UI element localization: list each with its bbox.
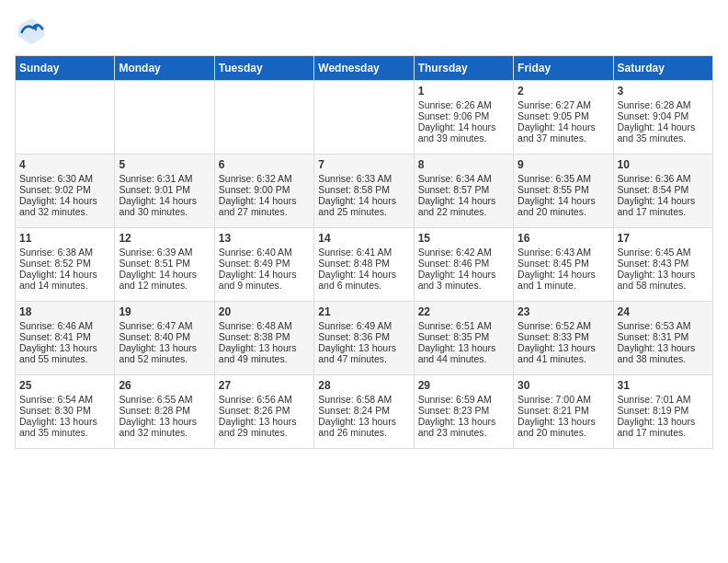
sunrise-text: Sunrise: 6:36 AM [618, 173, 709, 184]
daylight-text: Daylight: 14 hours and 1 minute. [518, 269, 609, 291]
calendar-cell: 27Sunrise: 6:56 AMSunset: 8:26 PMDayligh… [214, 375, 313, 449]
daylight-text: Daylight: 14 hours and 9 minutes. [219, 269, 310, 291]
daylight-text: Daylight: 14 hours and 35 minutes. [618, 121, 709, 144]
daylight-text: Daylight: 14 hours and 30 minutes. [119, 195, 210, 217]
calendar-cell: 18Sunrise: 6:46 AMSunset: 8:41 PMDayligh… [16, 302, 115, 375]
daylight-text: Daylight: 14 hours and 6 minutes. [318, 269, 409, 291]
calendar-cell [314, 81, 414, 155]
daylight-text: Daylight: 14 hours and 32 minutes. [19, 195, 110, 217]
sunset-text: Sunset: 9:04 PM [618, 110, 709, 121]
calendar-cell: 25Sunrise: 6:54 AMSunset: 8:30 PMDayligh… [16, 375, 115, 449]
calendar-cell: 22Sunrise: 6:51 AMSunset: 8:35 PMDayligh… [414, 302, 513, 375]
calendar-cell: 1Sunrise: 6:26 AMSunset: 9:06 PMDaylight… [414, 81, 513, 155]
day-number: 15 [418, 232, 509, 245]
day-number: 22 [418, 305, 509, 318]
calendar-cell [115, 81, 214, 155]
calendar-cell: 15Sunrise: 6:42 AMSunset: 8:46 PMDayligh… [414, 228, 513, 302]
sunset-text: Sunset: 8:58 PM [318, 184, 409, 195]
sunset-text: Sunset: 8:49 PM [219, 258, 310, 269]
week-row-1: 1Sunrise: 6:26 AMSunset: 9:06 PMDaylight… [16, 81, 713, 155]
day-number: 23 [518, 305, 609, 318]
sunset-text: Sunset: 8:31 PM [618, 331, 709, 342]
calendar-cell: 26Sunrise: 6:55 AMSunset: 8:28 PMDayligh… [115, 375, 214, 449]
daylight-text: Daylight: 13 hours and 49 minutes. [219, 342, 310, 364]
calendar-cell: 2Sunrise: 6:27 AMSunset: 9:05 PMDaylight… [514, 81, 613, 155]
sunrise-text: Sunrise: 6:32 AM [219, 173, 310, 184]
logo-icon [15, 15, 48, 48]
daylight-text: Daylight: 13 hours and 41 minutes. [518, 342, 609, 364]
day-number: 28 [318, 379, 409, 392]
daylight-text: Daylight: 13 hours and 29 minutes. [219, 416, 310, 438]
daylight-text: Daylight: 13 hours and 44 minutes. [418, 342, 509, 364]
day-header-monday: Monday [115, 56, 214, 81]
day-number: 8 [418, 158, 509, 171]
sunset-text: Sunset: 8:23 PM [418, 405, 509, 416]
calendar-cell [16, 81, 115, 155]
sunrise-text: Sunrise: 6:35 AM [518, 173, 609, 184]
sunrise-text: Sunrise: 6:26 AM [418, 99, 509, 110]
day-number: 13 [219, 232, 310, 245]
sunset-text: Sunset: 8:38 PM [219, 331, 310, 342]
sunset-text: Sunset: 8:40 PM [119, 331, 210, 342]
day-number: 25 [19, 379, 110, 392]
calendar-cell: 23Sunrise: 6:52 AMSunset: 8:33 PMDayligh… [514, 302, 613, 375]
sunrise-text: Sunrise: 6:45 AM [618, 247, 709, 258]
sunrise-text: Sunrise: 6:40 AM [219, 247, 310, 258]
day-number: 4 [19, 158, 110, 171]
calendar-cell: 4Sunrise: 6:30 AMSunset: 9:02 PMDaylight… [16, 155, 115, 228]
sunrise-text: Sunrise: 6:41 AM [318, 247, 409, 258]
daylight-text: Daylight: 13 hours and 58 minutes. [618, 269, 709, 291]
sunrise-text: Sunrise: 6:58 AM [318, 394, 409, 405]
sunrise-text: Sunrise: 6:38 AM [19, 247, 110, 258]
day-number: 30 [518, 379, 609, 392]
calendar-cell: 30Sunrise: 7:00 AMSunset: 8:21 PMDayligh… [514, 375, 613, 449]
day-header-tuesday: Tuesday [214, 56, 313, 81]
logo [15, 15, 53, 48]
header [15, 15, 713, 48]
day-header-wednesday: Wednesday [314, 56, 414, 81]
sunset-text: Sunset: 8:46 PM [418, 258, 509, 269]
week-row-2: 4Sunrise: 6:30 AMSunset: 9:02 PMDaylight… [16, 155, 713, 228]
daylight-text: Daylight: 14 hours and 20 minutes. [518, 195, 609, 217]
sunrise-text: Sunrise: 6:28 AM [618, 99, 709, 110]
sunrise-text: Sunrise: 6:52 AM [518, 320, 609, 331]
sunset-text: Sunset: 8:48 PM [318, 258, 409, 269]
day-number: 11 [19, 232, 110, 245]
calendar-cell: 3Sunrise: 6:28 AMSunset: 9:04 PMDaylight… [613, 81, 712, 155]
sunrise-text: Sunrise: 6:54 AM [19, 394, 110, 405]
day-number: 9 [518, 158, 609, 171]
daylight-text: Daylight: 13 hours and 55 minutes. [19, 342, 110, 364]
calendar-cell: 14Sunrise: 6:41 AMSunset: 8:48 PMDayligh… [314, 228, 414, 302]
sunset-text: Sunset: 8:33 PM [518, 331, 609, 342]
sunset-text: Sunset: 8:45 PM [518, 258, 609, 269]
day-header-saturday: Saturday [613, 56, 712, 81]
sunrise-text: Sunrise: 6:55 AM [119, 394, 210, 405]
sunset-text: Sunset: 9:01 PM [119, 184, 210, 195]
sunrise-text: Sunrise: 6:43 AM [518, 247, 609, 258]
daylight-text: Daylight: 14 hours and 12 minutes. [119, 269, 210, 291]
day-number: 31 [618, 379, 709, 392]
calendar-cell: 12Sunrise: 6:39 AMSunset: 8:51 PMDayligh… [115, 228, 214, 302]
calendar-cell: 21Sunrise: 6:49 AMSunset: 8:36 PMDayligh… [314, 302, 414, 375]
sunset-text: Sunset: 8:28 PM [119, 405, 210, 416]
daylight-text: Daylight: 13 hours and 17 minutes. [618, 416, 709, 438]
sunset-text: Sunset: 8:30 PM [19, 405, 110, 416]
daylight-text: Daylight: 14 hours and 37 minutes. [518, 121, 609, 144]
sunset-text: Sunset: 8:24 PM [318, 405, 409, 416]
sunset-text: Sunset: 9:06 PM [418, 110, 509, 121]
sunset-text: Sunset: 8:57 PM [418, 184, 509, 195]
daylight-text: Daylight: 14 hours and 17 minutes. [618, 195, 709, 217]
sunset-text: Sunset: 9:00 PM [219, 184, 310, 195]
sunrise-text: Sunrise: 6:51 AM [418, 320, 509, 331]
sunset-text: Sunset: 8:54 PM [618, 184, 709, 195]
day-number: 21 [318, 305, 409, 318]
sunrise-text: Sunrise: 6:46 AM [19, 320, 110, 331]
daylight-text: Daylight: 14 hours and 39 minutes. [418, 121, 509, 144]
day-number: 12 [119, 232, 210, 245]
sunset-text: Sunset: 8:52 PM [19, 258, 110, 269]
sunset-text: Sunset: 8:55 PM [518, 184, 609, 195]
day-number: 7 [318, 158, 409, 171]
day-number: 17 [618, 232, 709, 245]
week-row-3: 11Sunrise: 6:38 AMSunset: 8:52 PMDayligh… [16, 228, 713, 302]
week-row-4: 18Sunrise: 6:46 AMSunset: 8:41 PMDayligh… [16, 302, 713, 375]
